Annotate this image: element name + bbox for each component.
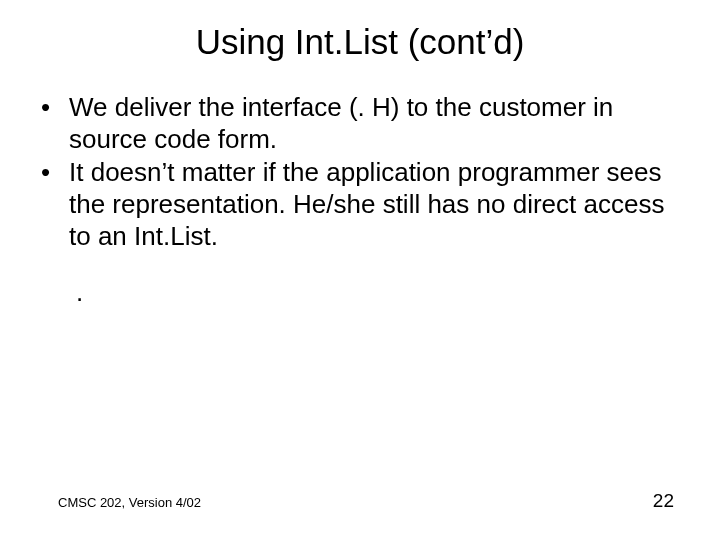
slide: Using Int.List (cont’d) We deliver the i…	[0, 0, 720, 540]
bullet-item: It doesn’t matter if the application pro…	[35, 157, 685, 252]
page-number: 22	[653, 490, 674, 512]
stray-period: .	[35, 277, 685, 308]
footer-left: CMSC 202, Version 4/02	[58, 495, 201, 510]
bullet-item: We deliver the interface (. H) to the cu…	[35, 92, 685, 155]
slide-title: Using Int.List (cont’d)	[0, 0, 720, 62]
bullet-list: We deliver the interface (. H) to the cu…	[35, 92, 685, 253]
slide-body: We deliver the interface (. H) to the cu…	[0, 62, 720, 308]
